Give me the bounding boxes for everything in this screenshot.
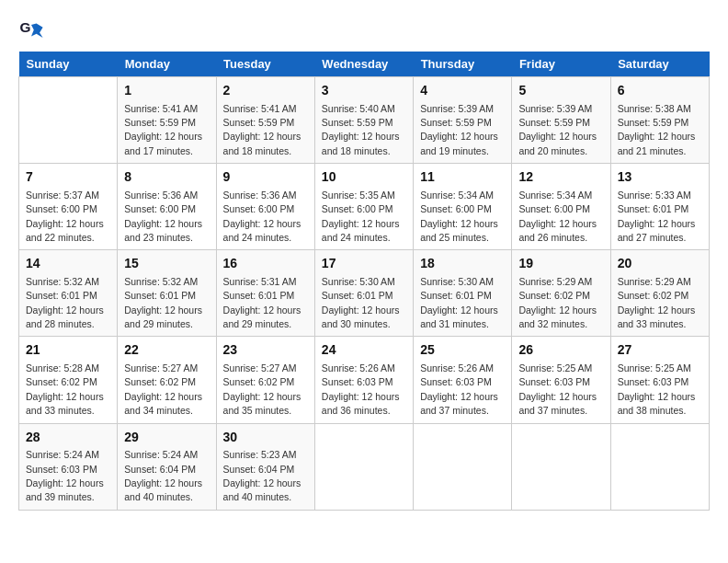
- calendar-cell: 5 Sunrise: 5:39 AMSunset: 5:59 PMDayligh…: [512, 77, 610, 164]
- day-number: 19: [518, 255, 603, 273]
- day-info: Sunrise: 5:34 AMSunset: 6:00 PMDaylight:…: [518, 190, 597, 243]
- day-number: 16: [223, 255, 308, 273]
- day-info: Sunrise: 5:24 AMSunset: 6:04 PMDaylight:…: [124, 449, 202, 502]
- calendar-cell: 8 Sunrise: 5:36 AMSunset: 6:00 PMDayligh…: [118, 164, 216, 250]
- calendar-table: SundayMondayTuesdayWednesdayThursdayFrid…: [18, 52, 710, 511]
- calendar-cell: 1 Sunrise: 5:41 AMSunset: 5:59 PMDayligh…: [118, 77, 216, 164]
- day-number: 8: [124, 168, 209, 187]
- calendar-week-4: 21 Sunrise: 5:28 AMSunset: 6:02 PMDaylig…: [19, 337, 710, 423]
- day-number: 9: [223, 168, 308, 187]
- day-header-tuesday: Tuesday: [216, 52, 314, 77]
- day-number: 11: [420, 168, 505, 187]
- day-number: 25: [420, 341, 505, 360]
- day-info: Sunrise: 5:32 AMSunset: 6:01 PMDaylight:…: [26, 276, 104, 329]
- day-info: Sunrise: 5:27 AMSunset: 6:02 PMDaylight:…: [223, 362, 301, 416]
- day-number: 17: [322, 255, 406, 273]
- day-number: 6: [618, 82, 702, 100]
- day-info: Sunrise: 5:31 AMSunset: 6:01 PMDaylight:…: [223, 276, 301, 329]
- day-number: 14: [26, 255, 110, 273]
- day-info: Sunrise: 5:27 AMSunset: 6:02 PMDaylight:…: [124, 362, 202, 416]
- day-number: 12: [518, 168, 603, 187]
- day-number: 3: [322, 82, 406, 100]
- day-header-sunday: Sunday: [19, 52, 118, 77]
- calendar-cell: 24 Sunrise: 5:26 AMSunset: 6:03 PMDaylig…: [314, 337, 413, 423]
- calendar-cell: [512, 423, 610, 510]
- calendar-cell: 21 Sunrise: 5:28 AMSunset: 6:02 PMDaylig…: [19, 337, 118, 423]
- calendar-body: 1 Sunrise: 5:41 AMSunset: 5:59 PMDayligh…: [19, 77, 710, 511]
- day-info: Sunrise: 5:25 AMSunset: 6:03 PMDaylight:…: [518, 362, 597, 416]
- calendar-cell: 23 Sunrise: 5:27 AMSunset: 6:02 PMDaylig…: [216, 337, 314, 423]
- calendar-cell: [314, 423, 413, 510]
- day-number: 7: [26, 168, 110, 187]
- day-info: Sunrise: 5:23 AMSunset: 6:04 PMDaylight:…: [223, 449, 301, 502]
- day-number: 1: [124, 82, 209, 100]
- calendar-cell: 6 Sunrise: 5:38 AMSunset: 5:59 PMDayligh…: [610, 77, 709, 164]
- day-info: Sunrise: 5:28 AMSunset: 6:02 PMDaylight:…: [26, 362, 104, 416]
- day-info: Sunrise: 5:36 AMSunset: 6:00 PMDaylight:…: [223, 190, 301, 243]
- day-info: Sunrise: 5:39 AMSunset: 5:59 PMDaylight:…: [420, 103, 498, 156]
- day-number: 15: [124, 255, 209, 273]
- calendar-cell: 13 Sunrise: 5:33 AMSunset: 6:01 PMDaylig…: [610, 164, 709, 250]
- calendar-cell: 29 Sunrise: 5:24 AMSunset: 6:04 PMDaylig…: [118, 423, 216, 510]
- day-info: Sunrise: 5:40 AMSunset: 5:59 PMDaylight:…: [322, 103, 400, 156]
- calendar-cell: 27 Sunrise: 5:25 AMSunset: 6:03 PMDaylig…: [610, 337, 709, 423]
- calendar-cell: 2 Sunrise: 5:41 AMSunset: 5:59 PMDayligh…: [216, 77, 314, 164]
- day-info: Sunrise: 5:33 AMSunset: 6:01 PMDaylight:…: [618, 190, 696, 243]
- day-number: 2: [223, 82, 308, 100]
- day-header-thursday: Thursday: [414, 52, 512, 77]
- calendar-cell: [19, 77, 118, 164]
- calendar-cell: 11 Sunrise: 5:34 AMSunset: 6:00 PMDaylig…: [414, 164, 512, 250]
- day-header-wednesday: Wednesday: [314, 52, 413, 77]
- calendar-cell: 7 Sunrise: 5:37 AMSunset: 6:00 PMDayligh…: [19, 164, 118, 250]
- day-number: 20: [618, 255, 702, 273]
- day-number: 4: [420, 82, 505, 100]
- day-info: Sunrise: 5:35 AMSunset: 6:00 PMDaylight:…: [322, 190, 400, 243]
- day-number: 13: [618, 168, 702, 187]
- day-number: 10: [322, 168, 406, 187]
- calendar-week-3: 14 Sunrise: 5:32 AMSunset: 6:01 PMDaylig…: [19, 250, 710, 337]
- day-header-saturday: Saturday: [610, 52, 709, 77]
- day-info: Sunrise: 5:29 AMSunset: 6:02 PMDaylight:…: [518, 276, 597, 329]
- calendar-week-5: 28 Sunrise: 5:24 AMSunset: 6:03 PMDaylig…: [19, 423, 710, 510]
- calendar-cell: 3 Sunrise: 5:40 AMSunset: 5:59 PMDayligh…: [314, 77, 413, 164]
- day-info: Sunrise: 5:25 AMSunset: 6:03 PMDaylight:…: [618, 362, 696, 416]
- svg-text:G: G: [19, 19, 30, 35]
- calendar-cell: 20 Sunrise: 5:29 AMSunset: 6:02 PMDaylig…: [610, 250, 709, 337]
- calendar-cell: 4 Sunrise: 5:39 AMSunset: 5:59 PMDayligh…: [414, 77, 512, 164]
- day-number: 26: [518, 341, 603, 360]
- day-info: Sunrise: 5:38 AMSunset: 5:59 PMDaylight:…: [618, 103, 696, 156]
- day-info: Sunrise: 5:30 AMSunset: 6:01 PMDaylight:…: [322, 276, 400, 329]
- calendar-cell: 30 Sunrise: 5:23 AMSunset: 6:04 PMDaylig…: [216, 423, 314, 510]
- calendar-cell: 25 Sunrise: 5:26 AMSunset: 6:03 PMDaylig…: [414, 337, 512, 423]
- day-info: Sunrise: 5:24 AMSunset: 6:03 PMDaylight:…: [26, 449, 104, 502]
- calendar-week-2: 7 Sunrise: 5:37 AMSunset: 6:00 PMDayligh…: [19, 164, 710, 250]
- day-info: Sunrise: 5:26 AMSunset: 6:03 PMDaylight:…: [420, 362, 498, 416]
- day-info: Sunrise: 5:37 AMSunset: 6:00 PMDaylight:…: [26, 190, 104, 243]
- header: G: [18, 18, 710, 44]
- day-info: Sunrise: 5:30 AMSunset: 6:01 PMDaylight:…: [420, 276, 498, 329]
- day-info: Sunrise: 5:41 AMSunset: 5:59 PMDaylight:…: [124, 103, 202, 156]
- calendar-cell: 16 Sunrise: 5:31 AMSunset: 6:01 PMDaylig…: [216, 250, 314, 337]
- calendar-cell: 9 Sunrise: 5:36 AMSunset: 6:00 PMDayligh…: [216, 164, 314, 250]
- day-info: Sunrise: 5:29 AMSunset: 6:02 PMDaylight:…: [618, 276, 696, 329]
- day-number: 21: [26, 341, 110, 360]
- logo: G: [18, 18, 48, 44]
- calendar-cell: [414, 423, 512, 510]
- calendar-cell: 28 Sunrise: 5:24 AMSunset: 6:03 PMDaylig…: [19, 423, 118, 510]
- calendar-cell: 22 Sunrise: 5:27 AMSunset: 6:02 PMDaylig…: [118, 337, 216, 423]
- day-info: Sunrise: 5:32 AMSunset: 6:01 PMDaylight:…: [124, 276, 202, 329]
- day-info: Sunrise: 5:39 AMSunset: 5:59 PMDaylight:…: [518, 103, 597, 156]
- calendar-cell: 17 Sunrise: 5:30 AMSunset: 6:01 PMDaylig…: [314, 250, 413, 337]
- day-number: 27: [618, 341, 702, 360]
- day-header-friday: Friday: [512, 52, 610, 77]
- day-number: 5: [518, 82, 603, 100]
- day-number: 24: [322, 341, 406, 360]
- day-header-monday: Monday: [118, 52, 216, 77]
- day-info: Sunrise: 5:26 AMSunset: 6:03 PMDaylight:…: [322, 362, 400, 416]
- calendar-cell: 15 Sunrise: 5:32 AMSunset: 6:01 PMDaylig…: [118, 250, 216, 337]
- calendar-cell: 26 Sunrise: 5:25 AMSunset: 6:03 PMDaylig…: [512, 337, 610, 423]
- day-info: Sunrise: 5:41 AMSunset: 5:59 PMDaylight:…: [223, 103, 301, 156]
- day-number: 22: [124, 341, 209, 360]
- day-number: 30: [223, 429, 308, 447]
- svg-marker-1: [31, 24, 43, 38]
